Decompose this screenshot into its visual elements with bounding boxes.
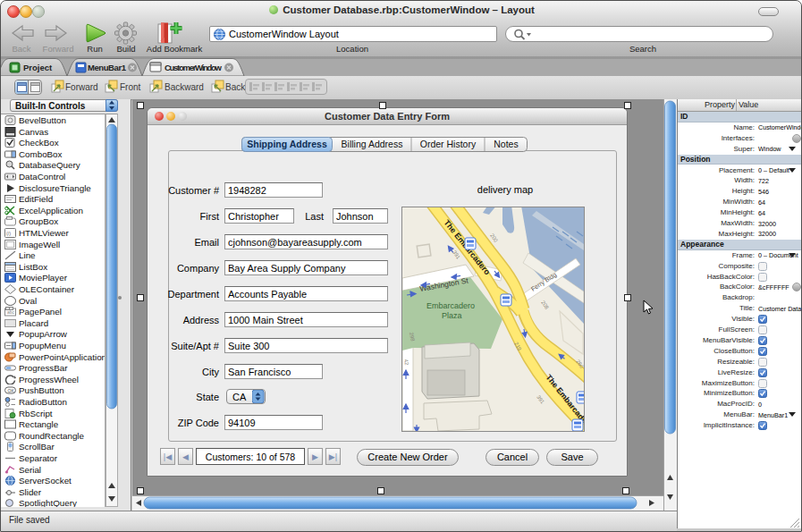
svg-text:Plaza: Plaza [442, 311, 462, 320]
svg-text:Order History: Order History [420, 139, 477, 149]
svg-text:CustomerWindow: CustomerWindow [165, 63, 223, 72]
svg-text:(/): (/) [6, 231, 11, 236]
svg-text:Embarcadero: Embarcadero [426, 301, 475, 310]
svg-text:Shipping Address: Shipping Address [247, 139, 327, 149]
svg-text:Billing Address: Billing Address [342, 139, 403, 149]
svg-text:OK: OK [8, 388, 15, 393]
svg-text:MenuBar1: MenuBar1 [88, 63, 127, 72]
svg-text:Notes: Notes [494, 139, 518, 149]
svg-text:Project: Project [23, 63, 53, 72]
svg-text:abc: abc [7, 309, 15, 315]
